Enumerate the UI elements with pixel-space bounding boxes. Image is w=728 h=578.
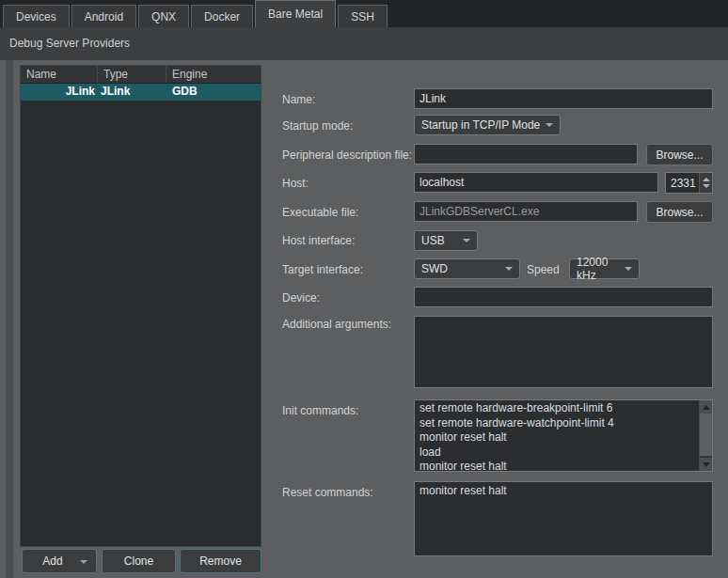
chevron-down-icon [463, 239, 470, 242]
tab-ssh-label: SSH [351, 10, 374, 23]
executable-label: Executable file: [282, 206, 358, 219]
tab-bar: Devices Android QNX Docker Bare Metal SS… [0, 0, 728, 27]
add-dropdown-arrow-icon [80, 560, 87, 564]
tab-bare-metal[interactable]: Bare Metal [255, 0, 336, 27]
host-label: Host: [282, 177, 309, 190]
init-commands-scrollbar[interactable] [699, 400, 712, 471]
executable-browse-button[interactable]: Browse... [646, 201, 713, 223]
table-header: Name Type Engine [21, 66, 261, 84]
remove-button[interactable]: Remove [180, 549, 261, 573]
tab-qnx-label: QNX [151, 10, 176, 23]
init-command-line: set remote hardware-breakpoint-limit 6 [419, 401, 697, 416]
speed-label: Speed [527, 263, 560, 276]
host-interface-combo[interactable]: USB [414, 230, 478, 251]
executable-browse-label: Browse... [656, 206, 703, 219]
startup-mode-combo[interactable]: Startup in TCP/IP Mode [414, 115, 561, 135]
providers-table: Name Type Engine JLink JLink GDB [20, 65, 261, 547]
scrollbar-thumb[interactable] [700, 414, 712, 456]
init-commands-textarea[interactable]: set remote hardware-breakpoint-limit 6 s… [414, 399, 713, 472]
device-input[interactable] [414, 287, 713, 307]
name-input[interactable] [414, 88, 713, 109]
spin-up-icon[interactable] [703, 178, 710, 181]
scroll-down-button[interactable] [700, 458, 712, 471]
spin-arrows [699, 173, 712, 193]
cell-engine: GDB [166, 84, 261, 101]
tab-android[interactable]: Android [71, 5, 136, 27]
tab-devices[interactable]: Devices [3, 5, 70, 27]
peripheral-file-label: Peripheral description file: [282, 148, 412, 162]
column-header-engine[interactable]: Engine [166, 66, 261, 83]
startup-mode-value: Startup in TCP/IP Mode [421, 118, 540, 132]
peripheral-browse-label: Browse... [656, 148, 703, 162]
left-gutter [6, 60, 13, 578]
tab-devices-label: Devices [16, 10, 56, 23]
scroll-down-icon [703, 462, 710, 467]
remove-button-label: Remove [199, 555, 242, 568]
page-title: Debug Server Providers [9, 37, 130, 50]
tab-docker-label: Docker [204, 10, 240, 23]
column-header-type[interactable]: Type [98, 66, 166, 83]
init-command-line: set remote hardware-watchpoint-limit 4 [419, 416, 697, 431]
clone-button-label: Clone [124, 555, 153, 568]
host-interface-value: USB [421, 234, 445, 247]
spin-down-icon[interactable] [703, 184, 710, 188]
reset-commands-textarea[interactable]: monitor reset halt [414, 481, 713, 556]
init-commands-text: set remote hardware-breakpoint-limit 6 s… [419, 401, 697, 472]
tab-android-label: Android [85, 10, 123, 23]
speed-combo[interactable]: 12000 kHz [569, 258, 640, 279]
host-interface-label: Host interface: [282, 234, 355, 247]
target-interface-combo[interactable]: SWD [414, 258, 520, 279]
additional-arguments-textarea[interactable] [414, 316, 713, 388]
target-interface-value: SWD [421, 262, 448, 275]
scroll-up-button[interactable] [700, 400, 712, 414]
target-interface-label: Target interface: [282, 263, 363, 276]
additional-arguments-label: Additional arguments: [282, 318, 391, 331]
tab-docker[interactable]: Docker [191, 5, 253, 27]
init-command-line: monitor reset halt [419, 430, 697, 445]
chevron-down-icon [546, 123, 553, 127]
group-strip: Debug Server Providers [0, 27, 728, 60]
init-commands-label: Init commands: [282, 404, 358, 417]
cell-type: JLink [98, 84, 166, 101]
device-label: Device: [282, 291, 320, 305]
chevron-down-icon [505, 267, 513, 271]
tab-ssh[interactable]: SSH [338, 5, 388, 27]
peripheral-browse-button[interactable]: Browse... [646, 144, 713, 165]
add-button-label: Add [42, 555, 62, 568]
port-spinbox[interactable]: 2331 [665, 172, 713, 194]
add-button[interactable]: Add [22, 549, 97, 573]
startup-mode-label: Startup mode: [282, 119, 353, 133]
host-input[interactable] [414, 172, 658, 193]
speed-value: 12000 kHz [577, 256, 625, 282]
executable-input[interactable] [414, 201, 638, 222]
chevron-down-icon [625, 267, 632, 271]
scroll-up-icon [703, 405, 710, 410]
init-command-line: monitor reset halt [419, 460, 697, 472]
port-value: 2331 [671, 177, 696, 190]
tab-qnx[interactable]: QNX [138, 5, 189, 27]
reset-commands-label: Reset commands: [282, 486, 373, 499]
tab-bare-metal-label: Bare Metal [268, 8, 323, 21]
clone-button[interactable]: Clone [102, 549, 176, 573]
name-label: Name: [282, 93, 315, 106]
peripheral-file-input[interactable] [414, 144, 638, 164]
table-row[interactable]: JLink JLink GDB [21, 84, 261, 101]
column-header-name[interactable]: Name [21, 66, 98, 83]
init-command-line: load [419, 445, 697, 461]
cell-name: JLink [21, 84, 98, 101]
